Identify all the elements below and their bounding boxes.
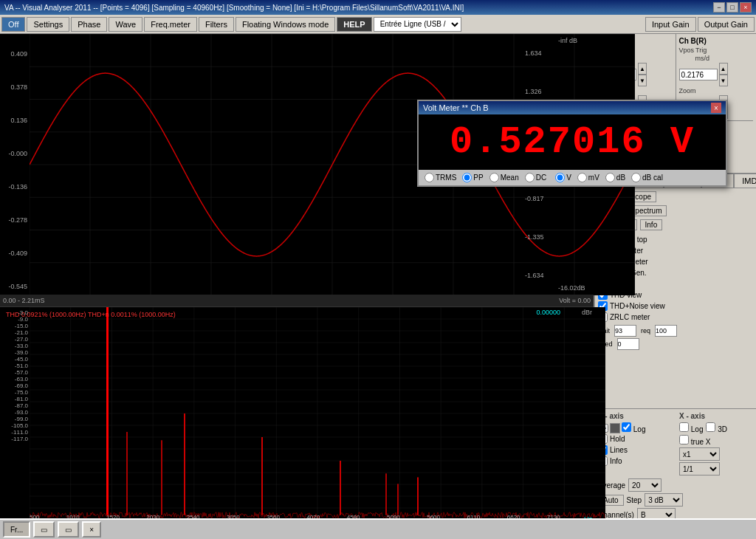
axis-columns: Y - axis Log Hold Lines Info [598, 412, 753, 476]
help-button[interactable]: HELP [337, 17, 371, 32]
zrlc-meter-checkbox[interactable]: ZRLC meter [598, 312, 650, 322]
x-fraction-select[interactable]: 1/1 1/2 1/4 [679, 462, 720, 476]
menu-bar: Off Settings Phase Wave Freq.meter Filte… [0, 15, 756, 34]
volt-meter-options: TRMS PP Mean DC V mV dB dB cal [419, 170, 726, 185]
req-label: req [641, 327, 650, 334]
wave-button[interactable]: Wave [109, 17, 142, 32]
osc-y-label: -0.545 [0, 283, 30, 290]
taskbar-min-button[interactable]: ▭ [33, 521, 55, 538]
osc-y-label: 0.378 [0, 83, 30, 91]
taskbar-close-button[interactable]: × [82, 521, 101, 538]
x-log-checkbox[interactable]: Log [679, 422, 703, 433]
input-gain-button[interactable]: Input Gain [645, 17, 696, 32]
y-log-checkbox[interactable]: Log [622, 422, 645, 433]
volt-meter-window: Volt Meter ** Ch B × 0.527016 V TRMS PP … [417, 100, 727, 187]
osc-y-label: -0.136 [0, 183, 30, 190]
trms-radio[interactable]: TRMS [425, 173, 456, 182]
spectrum-thd-text: THD 0.0921% (1000.00Hz) THD+n 0.0011% (1… [6, 311, 176, 318]
spectrum-y-axis: -3.0 -9.0 -15.0 -21.0 -27.0 -33.0 -39.0 … [0, 307, 30, 444]
dc-radio[interactable]: DC [525, 173, 546, 182]
spectrum-dbr-label: dBr [582, 309, 592, 316]
ch-a-spin-up[interactable]: ▲ [638, 63, 647, 75]
thd-noise-view-checkbox[interactable]: THD+Noise view [598, 301, 665, 311]
off-button[interactable]: Off [1, 17, 25, 32]
filters-button[interactable]: Filters [199, 17, 234, 32]
osc-inf-db: -inf dB [558, 37, 592, 44]
ch-b-spin-up[interactable]: ▲ [719, 63, 728, 75]
spectrum-freq-value: 0.00000 [536, 309, 560, 316]
step-label: Step [627, 496, 642, 504]
osc-y-axis: 0.409 0.378 0.136 -0.000 -0.136 -0.278 -… [0, 34, 30, 306]
y-axis-color-swatch[interactable] [610, 423, 620, 433]
x-truex-checkbox[interactable]: true X [679, 438, 710, 446]
floating-windows-button[interactable]: Floating Windows mode [236, 17, 335, 32]
phase-button[interactable]: Phase [71, 17, 107, 32]
window-controls: − □ × [713, 2, 752, 13]
volt-mode-group: TRMS PP Mean DC [425, 173, 546, 182]
spectrum-panel: THD 0.0921% (1000.00Hz) THD+n 0.0011% (1… [0, 307, 594, 524]
window-title: VA -- Visual Analyser 2011 -- [Points = … [4, 4, 464, 12]
db-cal-radio[interactable]: dB cal [631, 173, 663, 182]
osc-volt: Volt = 0.00 [559, 297, 591, 304]
x-axis-column: X - axis Log 3D true X x1 x2 x4 [679, 412, 753, 476]
osc-y-label: 0.409 [0, 50, 30, 58]
y-axis-title: Y - axis [598, 412, 672, 420]
settings-button[interactable]: Settings [27, 17, 69, 32]
used-control: used [598, 338, 753, 350]
x-scale-select[interactable]: x1 x2 x4 [679, 447, 720, 461]
x-3d-checkbox[interactable]: 3D [706, 422, 727, 433]
info-button[interactable]: Info [640, 219, 663, 230]
timing-controls: wait req [598, 325, 753, 337]
osc-y-label: -0.278 [0, 216, 30, 224]
osc-minus-db: -16.02dB [558, 284, 592, 292]
wait-input[interactable] [614, 325, 636, 337]
req-input[interactable] [655, 325, 677, 337]
ch-b-label: Ch B(R) [679, 37, 754, 45]
osc-time-range: 0.00 - 2.21mS [3, 297, 45, 304]
average-row: Average 20 1 5 10 50 [598, 478, 753, 492]
input-source-dropdown[interactable]: Entrée Ligne (USB / [374, 17, 461, 32]
volt-unit-group: V mV dB dB cal [555, 173, 663, 182]
close-button[interactable]: × [740, 2, 752, 13]
freq-meter-button[interactable]: Freq.meter [144, 17, 197, 32]
mean-radio[interactable]: Mean [489, 173, 519, 182]
step-select[interactable]: 3 dB 1 dB 6 dB [645, 493, 683, 507]
osc-y-label: -0.000 [0, 150, 30, 157]
ch-b-value-input[interactable] [679, 69, 718, 80]
y-axis-column: Y - axis Log Hold Lines Info [598, 412, 672, 476]
used-input[interactable] [617, 338, 639, 350]
volt-meter-close-button[interactable]: × [711, 103, 721, 113]
volt-meter-title-text: Volt Meter ** Ch B [423, 103, 489, 112]
mv-radio[interactable]: mV [577, 173, 599, 182]
title-bar: VA -- Visual Analyser 2011 -- [Points = … [0, 0, 756, 15]
v-radio[interactable]: V [555, 173, 571, 182]
x-axis-title: X - axis [679, 412, 753, 420]
taskbar-va-button[interactable]: Fr... [3, 521, 30, 538]
volt-meter-display: 0.527016 V [419, 114, 726, 170]
taskbar: Fr... ▭ ▭ × [0, 518, 756, 539]
tab-imd[interactable]: IMD [734, 174, 756, 188]
ch-b-spinner: ▲ ▼ [719, 63, 728, 86]
osc-y-label: -0.409 [0, 250, 30, 257]
gain-buttons: Input Gain Output Gain [645, 17, 755, 32]
taskbar-restore-button[interactable]: ▭ [58, 521, 79, 538]
ch-b-spin-down[interactable]: ▼ [719, 75, 728, 86]
axis-controls: Y - axis Log Hold Lines Info [595, 408, 756, 524]
ch-a-spin-down[interactable]: ▼ [638, 75, 647, 86]
output-gain-button[interactable]: Output Gain [698, 17, 755, 32]
db-radio[interactable]: dB [605, 173, 625, 182]
ch-a-spinner: ▲ ▼ [638, 63, 647, 86]
maximize-button[interactable]: □ [726, 2, 738, 13]
step-row: Auto Step 3 dB 1 dB 6 dB [598, 493, 753, 507]
average-select[interactable]: 20 1 5 10 50 [628, 478, 662, 492]
volt-meter-title-bar: Volt Meter ** Ch B × [419, 101, 726, 114]
minimize-button[interactable]: − [713, 2, 725, 13]
osc-status-bar: 0.00 - 2.21mS Volt = 0.00 [0, 295, 594, 306]
pp-radio[interactable]: PP [462, 173, 483, 182]
osc-y-label: 0.136 [0, 117, 30, 124]
